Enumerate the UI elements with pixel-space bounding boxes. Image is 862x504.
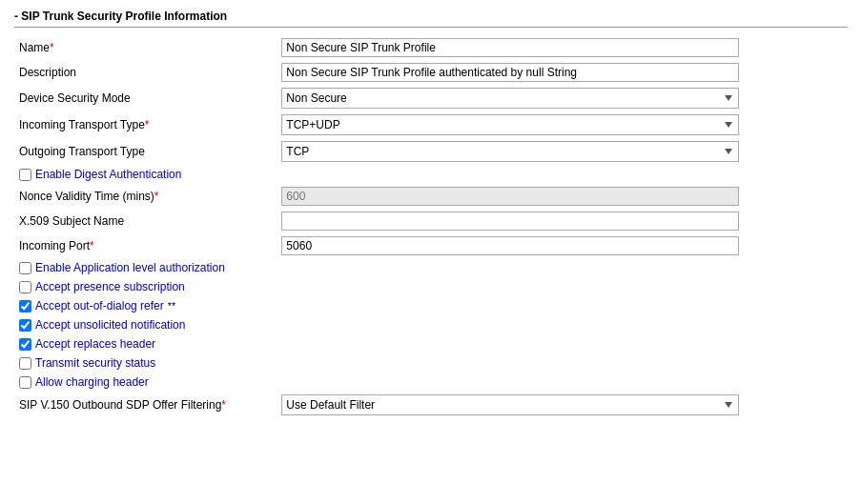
allow-charging-checkbox[interactable]	[19, 376, 31, 389]
accept-replaces-row: Accept replaces header	[14, 334, 848, 353]
allow-charging-row: Allow charging header	[14, 373, 848, 392]
accept-out-dialog-text: Accept out-of-dialog refer	[35, 299, 164, 312]
device-security-mode-row: Device Security Mode Non Secure Authenti…	[14, 85, 848, 111]
outgoing-transport-row: Outgoing Transport Type TCP UDP TLS	[14, 138, 848, 165]
device-security-mode-select[interactable]: Non Secure Authenticated Encrypted	[281, 88, 739, 109]
accept-out-dialog-row: Accept out-of-dialog refer**	[14, 296, 848, 315]
accept-replaces-label[interactable]: Accept replaces header	[19, 337, 843, 351]
incoming-port-input[interactable]	[281, 236, 739, 255]
nonce-validity-label: Nonce Validity Time (mins)*	[14, 184, 277, 209]
accept-replaces-cell: Accept replaces header	[14, 334, 848, 353]
section-title: SIP Trunk Security Profile Information	[14, 10, 848, 28]
incoming-port-row: Incoming Port*	[14, 233, 848, 258]
description-input[interactable]	[281, 63, 739, 82]
enable-app-auth-checkbox[interactable]	[19, 262, 31, 274]
device-security-mode-label: Device Security Mode	[14, 85, 277, 111]
outgoing-transport-label: Outgoing Transport Type	[14, 138, 277, 165]
enable-digest-row: Enable Digest Authentication	[14, 165, 848, 184]
enable-digest-checkbox[interactable]	[19, 169, 31, 181]
transmit-security-checkbox[interactable]	[19, 357, 31, 370]
incoming-port-value-cell	[277, 233, 848, 258]
nonce-validity-input[interactable]	[281, 187, 739, 206]
page-container: SIP Trunk Security Profile Information N…	[0, 0, 862, 428]
description-row: Description	[14, 60, 848, 85]
transmit-security-text: Transmit security status	[35, 356, 155, 370]
form-table: Name* Description Device Security Mode N…	[14, 35, 848, 418]
accept-unsolicited-label[interactable]: Accept unsolicited notification	[19, 318, 843, 332]
description-label: Description	[14, 60, 277, 85]
nonce-validity-row: Nonce Validity Time (mins)*	[14, 184, 848, 209]
allow-charging-cell: Allow charging header	[14, 373, 848, 392]
incoming-port-label: Incoming Port*	[14, 233, 277, 258]
sip-v150-select[interactable]: Use Default Filter No Filtering Filter E…	[281, 394, 739, 415]
sip-v150-row: SIP V.150 Outbound SDP Offer Filtering* …	[14, 392, 848, 418]
incoming-transport-label: Incoming Transport Type*	[14, 111, 277, 138]
enable-digest-label[interactable]: Enable Digest Authentication	[19, 168, 843, 181]
transmit-security-label[interactable]: Transmit security status	[19, 356, 843, 370]
enable-app-auth-cell: Enable Application level authorization	[14, 258, 848, 277]
x509-subject-row: X.509 Subject Name	[14, 209, 848, 233]
accept-replaces-text: Accept replaces header	[35, 337, 155, 351]
enable-app-auth-label[interactable]: Enable Application level authorization	[19, 261, 843, 274]
transmit-security-cell: Transmit security status	[14, 353, 848, 373]
accept-presence-row: Accept presence subscription	[14, 277, 848, 296]
accept-out-dialog-cell: Accept out-of-dialog refer**	[14, 296, 848, 315]
accept-presence-cell: Accept presence subscription	[14, 277, 848, 296]
accept-presence-checkbox[interactable]	[19, 281, 31, 293]
name-value-cell	[277, 35, 848, 60]
enable-digest-text: Enable Digest Authentication	[35, 168, 181, 181]
x509-subject-input[interactable]	[281, 212, 739, 231]
accept-unsolicited-cell: Accept unsolicited notification	[14, 315, 848, 334]
accept-replaces-checkbox[interactable]	[19, 338, 31, 351]
enable-app-auth-text: Enable Application level authorization	[35, 261, 225, 274]
incoming-transport-row: Incoming Transport Type* TCP+UDP TCP UDP…	[14, 111, 848, 138]
sip-v150-value-cell: Use Default Filter No Filtering Filter E…	[277, 392, 848, 418]
accept-presence-label[interactable]: Accept presence subscription	[19, 280, 843, 293]
accept-unsolicited-row: Accept unsolicited notification	[14, 315, 848, 334]
double-asterisk: **	[168, 300, 176, 312]
accept-unsolicited-checkbox[interactable]	[19, 319, 31, 332]
outgoing-transport-value-cell: TCP UDP TLS	[277, 138, 848, 165]
name-row: Name*	[14, 35, 848, 60]
incoming-transport-select[interactable]: TCP+UDP TCP UDP TLS	[281, 114, 739, 135]
enable-digest-cell: Enable Digest Authentication	[14, 165, 848, 184]
accept-out-dialog-label[interactable]: Accept out-of-dialog refer**	[19, 299, 843, 312]
sip-v150-label: SIP V.150 Outbound SDP Offer Filtering*	[14, 392, 277, 418]
name-label: Name*	[14, 35, 277, 60]
accept-presence-text: Accept presence subscription	[35, 280, 185, 293]
nonce-validity-value-cell	[277, 184, 848, 209]
outgoing-transport-select[interactable]: TCP UDP TLS	[281, 141, 739, 162]
incoming-transport-value-cell: TCP+UDP TCP UDP TLS	[277, 111, 848, 138]
allow-charging-text: Allow charging header	[35, 375, 149, 389]
allow-charging-label[interactable]: Allow charging header	[19, 375, 843, 389]
transmit-security-row: Transmit security status	[14, 353, 848, 373]
accept-unsolicited-text: Accept unsolicited notification	[35, 318, 185, 332]
x509-subject-value-cell	[277, 209, 848, 233]
enable-app-auth-row: Enable Application level authorization	[14, 258, 848, 277]
device-security-mode-value-cell: Non Secure Authenticated Encrypted	[277, 85, 848, 111]
description-value-cell	[277, 60, 848, 85]
name-input[interactable]	[281, 38, 739, 57]
accept-out-dialog-checkbox[interactable]	[19, 300, 31, 312]
x509-subject-label: X.509 Subject Name	[14, 209, 277, 233]
